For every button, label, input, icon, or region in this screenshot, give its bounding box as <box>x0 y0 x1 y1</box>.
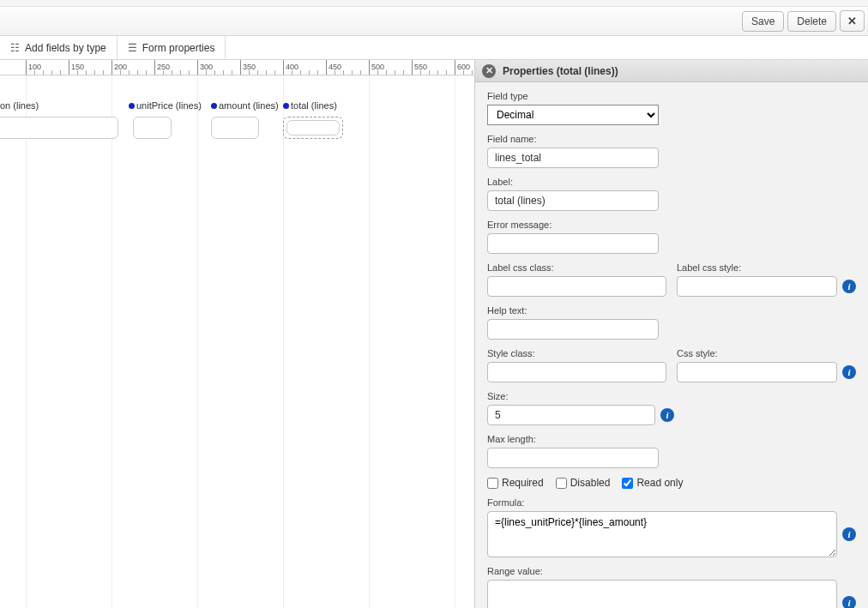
canvas-field-label[interactable]: amount (lines) <box>211 99 279 111</box>
form-props-icon: ☰ <box>128 42 137 54</box>
css-style-input[interactable] <box>677 362 837 382</box>
delete-button[interactable]: Delete <box>787 11 836 32</box>
tab-add-fields[interactable]: ☷ Add fields by type <box>0 36 118 59</box>
required-checkbox-label[interactable]: Required <box>487 477 544 489</box>
canvas-field-label[interactable]: unitPrice (lines) <box>129 99 202 111</box>
disabled-checkbox-label[interactable]: Disabled <box>556 477 611 489</box>
disabled-checkbox[interactable] <box>556 478 567 489</box>
canvas-field-label[interactable]: on (lines) <box>0 99 39 111</box>
max-length-input[interactable] <box>487 448 659 468</box>
readonly-checkbox[interactable] <box>622 478 633 489</box>
css-style-label: Css style: <box>677 348 856 358</box>
properties-header: ✕ Properties (total (lines)) <box>475 60 868 82</box>
label-label: Label: <box>487 177 856 187</box>
readonly-checkbox-label[interactable]: Read only <box>622 477 683 489</box>
field-label-text: on (lines) <box>0 100 39 111</box>
form-canvas-pane: 100150200250300350400450500550600 on (li… <box>0 60 475 608</box>
tab-bar: ☷ Add fields by type ☰ Form properties <box>0 36 868 60</box>
label-css-style-label: Label css style: <box>677 262 856 273</box>
action-bar: Save Delete ✕ <box>0 7 868 36</box>
size-label: Size: <box>487 391 856 401</box>
info-icon[interactable]: i <box>842 527 856 541</box>
close-icon[interactable]: ✕ <box>482 64 496 78</box>
field-label-text: unitPrice (lines) <box>136 100 202 111</box>
tab-form-properties[interactable]: ☰ Form properties <box>118 36 226 59</box>
max-length-label: Max length: <box>487 434 856 444</box>
label-css-class-label: Label css class: <box>487 262 666 273</box>
label-input[interactable] <box>487 190 659 211</box>
top-strip <box>0 0 868 7</box>
info-icon[interactable]: i <box>842 596 856 608</box>
formula-textarea[interactable] <box>487 511 837 557</box>
error-msg-label: Error message: <box>487 220 856 230</box>
field-dot-icon <box>283 103 289 109</box>
ruler: 100150200250300350400450500550600 <box>0 60 474 75</box>
range-value-textarea[interactable] <box>487 580 837 608</box>
style-class-input[interactable] <box>487 362 666 382</box>
formula-label: Formula: <box>487 497 856 508</box>
error-msg-input[interactable] <box>487 233 659 254</box>
canvas-field-label[interactable]: total (lines) <box>283 99 337 111</box>
field-type-label: Field type <box>487 91 856 101</box>
help-text-input[interactable] <box>487 319 659 340</box>
field-label-text: total (lines) <box>291 100 337 111</box>
form-canvas[interactable]: on (lines)unitPrice (lines)amount (lines… <box>0 75 474 608</box>
save-button[interactable]: Save <box>742 11 784 32</box>
size-input[interactable] <box>487 405 655 425</box>
field-dot-icon <box>129 103 135 109</box>
canvas-field-slot[interactable] <box>211 117 259 139</box>
field-label-text: amount (lines) <box>219 100 279 111</box>
add-fields-icon: ☷ <box>10 42 20 54</box>
canvas-field-slot[interactable] <box>133 117 172 139</box>
canvas-field-slot[interactable] <box>283 117 343 139</box>
info-icon[interactable]: i <box>842 280 856 293</box>
help-text-label: Help text: <box>487 305 856 316</box>
tab-label: Add fields by type <box>25 42 106 54</box>
style-class-label: Style class: <box>487 348 666 358</box>
properties-title: Properties (total (lines)) <box>503 65 618 77</box>
field-dot-icon <box>211 103 217 109</box>
range-value-label: Range value: <box>487 566 856 576</box>
field-name-input[interactable] <box>487 147 659 168</box>
label-css-class-input[interactable] <box>487 276 666 297</box>
canvas-field-slot[interactable] <box>0 117 118 139</box>
required-checkbox[interactable] <box>487 478 498 489</box>
info-icon[interactable]: i <box>842 365 856 379</box>
close-button[interactable]: ✕ <box>840 10 865 32</box>
field-name-label: Field name: <box>487 134 856 144</box>
checkbox-row: Required Disabled Read only <box>487 477 856 489</box>
label-css-style-input[interactable] <box>677 276 837 297</box>
field-type-select[interactable]: Decimal <box>487 105 659 125</box>
properties-panel: ✕ Properties (total (lines)) Field type … <box>475 60 868 608</box>
tab-label: Form properties <box>142 42 215 54</box>
properties-body: Field type Decimal Field name: Label: Er… <box>475 82 868 608</box>
info-icon[interactable]: i <box>660 408 674 422</box>
